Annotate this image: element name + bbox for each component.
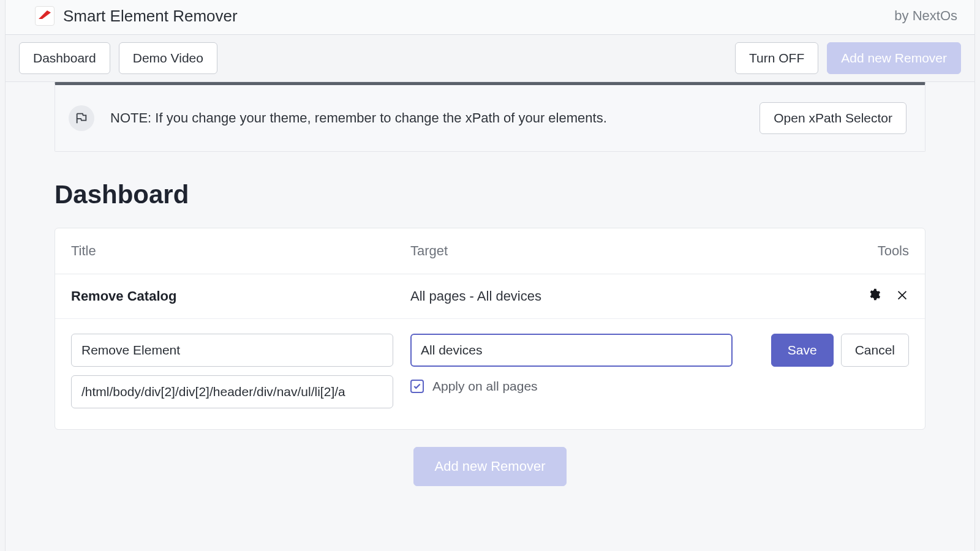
close-icon[interactable] <box>895 288 909 305</box>
turn-off-button[interactable]: Turn OFF <box>735 42 818 74</box>
title-input[interactable] <box>71 334 393 367</box>
app-title: Smart Element Remover <box>63 7 238 26</box>
nav-bar: Dashboard Demo Video Turn OFF Add new Re… <box>6 35 974 82</box>
xpath-input[interactable] <box>71 375 393 408</box>
nav-demo-video-button[interactable]: Demo Video <box>119 42 217 74</box>
cancel-button[interactable]: Cancel <box>841 334 909 367</box>
apply-all-pages-checkbox[interactable] <box>410 380 424 393</box>
notice-banner: NOTE: If you change your theme, remember… <box>55 82 925 152</box>
gear-icon[interactable] <box>867 288 881 305</box>
flag-icon <box>69 105 94 131</box>
table-header: Title Target Tools <box>55 228 925 274</box>
save-button[interactable]: Save <box>771 334 834 367</box>
edit-row: Apply on all pages Save Cancel <box>55 319 925 429</box>
column-target: Target <box>410 243 750 259</box>
app-header: Smart Element Remover by NextOs <box>6 0 974 35</box>
table-row: Remove Catalog All pages - All devices <box>55 274 925 319</box>
apply-all-pages-label: Apply on all pages <box>432 379 538 394</box>
nav-dashboard-button[interactable]: Dashboard <box>19 42 110 74</box>
vendor-label: by NextOs <box>894 8 957 24</box>
column-title: Title <box>71 243 410 259</box>
brand: Smart Element Remover <box>35 6 238 26</box>
notice-text: NOTE: If you change your theme, remember… <box>110 110 744 126</box>
add-remover-top-button[interactable]: Add new Remover <box>827 42 961 74</box>
column-tools: Tools <box>750 243 909 259</box>
row-title: Remove Catalog <box>71 288 410 304</box>
page-title: Dashboard <box>55 180 925 209</box>
open-xpath-selector-button[interactable]: Open xPath Selector <box>760 102 907 134</box>
row-target: All pages - All devices <box>410 288 750 304</box>
device-select[interactable] <box>410 334 733 367</box>
removers-table: Title Target Tools Remove Catalog All pa… <box>55 228 925 430</box>
add-remover-bottom-button[interactable]: Add new Remover <box>413 447 567 486</box>
app-logo-icon <box>35 6 55 26</box>
